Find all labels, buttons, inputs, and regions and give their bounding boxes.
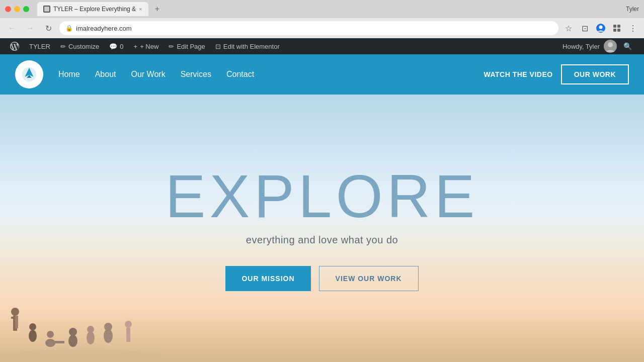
nav-actions: WATCH THE VIDEO OUR WORK — [484, 64, 629, 84]
traffic-lights — [5, 6, 29, 12]
svg-rect-22 — [54, 341, 64, 343]
browser-user-name: Tyler — [626, 6, 639, 13]
wp-customize-item[interactable]: ✏ Customize — [56, 38, 103, 54]
svg-point-8 — [608, 42, 613, 47]
svg-point-26 — [87, 331, 95, 344]
tab-search-icon[interactable]: ⊡ — [579, 22, 591, 34]
svg-point-24 — [68, 335, 77, 347]
url-bar[interactable]: 🔒 imalreadyhere.com — [59, 21, 558, 35]
svg-rect-0 — [44, 7, 49, 12]
wp-new-item[interactable]: + + New — [130, 38, 163, 54]
tab-favicon — [43, 6, 50, 13]
wp-elementor-icon: ⊡ — [215, 43, 221, 50]
minimize-window-button[interactable] — [14, 6, 20, 12]
tab-bar: TYLER – Explore Everything & × + — [37, 2, 622, 16]
wp-edit-elementor-item[interactable]: ⊡ Edit with Elementor — [211, 38, 284, 54]
wp-admin-bar: TYLER ✏ Customize 💬 0 + + New ✏ Edit Pag… — [0, 38, 644, 54]
wp-comments-item[interactable]: 💬 0 — [105, 38, 127, 54]
reload-button[interactable]: ↻ — [41, 21, 55, 35]
ssl-lock-icon: 🔒 — [65, 25, 73, 32]
svg-point-23 — [69, 328, 77, 336]
wp-site-name-label: TYLER — [29, 43, 50, 50]
title-bar: TYLER – Explore Everything & × + Tyler — [0, 0, 644, 18]
new-tab-button[interactable]: + — [150, 2, 165, 16]
nav-home[interactable]: Home — [58, 70, 80, 79]
nav-services[interactable]: Services — [181, 70, 211, 79]
site-logo[interactable] — [15, 60, 43, 88]
wp-elementor-label: Edit with Elementor — [223, 43, 280, 50]
wp-site-name-item[interactable]: TYLER — [25, 38, 54, 54]
svg-point-14 — [11, 308, 19, 316]
toolbar-icons: ☆ ⊡ ⋮ — [562, 22, 639, 34]
profile-icon[interactable] — [595, 22, 607, 34]
wp-howdy-text: Howdy, Tyler — [562, 43, 600, 50]
wp-user-greeting[interactable]: Howdy, Tyler 🔍 — [558, 40, 638, 53]
forward-button[interactable]: → — [23, 21, 37, 35]
wp-customize-icon: ✏ — [60, 43, 66, 50]
close-window-button[interactable] — [5, 6, 11, 12]
wp-edit-page-icon: ✏ — [169, 43, 174, 50]
maximize-window-button[interactable] — [23, 6, 29, 12]
svg-rect-16 — [11, 317, 15, 319]
watch-video-button[interactable]: WATCH THE VIDEO — [484, 70, 553, 78]
wp-new-icon: + — [134, 43, 138, 50]
wp-comments-icon: 💬 — [109, 43, 117, 50]
svg-rect-3 — [613, 25, 616, 28]
tab-close-button[interactable]: × — [139, 6, 142, 12]
wp-customize-label: Customize — [68, 43, 99, 50]
wp-user-avatar — [604, 40, 617, 53]
nav-about[interactable]: About — [95, 70, 116, 79]
wp-comments-count: 0 — [120, 43, 123, 50]
svg-rect-30 — [126, 328, 130, 342]
url-text: imalreadyhere.com — [76, 25, 552, 32]
bookmark-icon[interactable]: ☆ — [562, 22, 575, 34]
view-our-work-button[interactable]: VIEW OUR WORK — [319, 266, 419, 291]
wp-logo-item[interactable] — [6, 38, 23, 54]
hero-section: EXPLORE everything and love what you do … — [0, 95, 644, 362]
site-navigation: Home About Our Work Services Contact WAT… — [0, 54, 644, 95]
svg-point-18 — [29, 323, 36, 330]
svg-point-21 — [45, 339, 55, 347]
back-button[interactable]: ← — [5, 21, 19, 35]
svg-rect-6 — [617, 29, 620, 32]
svg-rect-4 — [617, 25, 620, 28]
browser-menu-icon[interactable]: ⋮ — [627, 22, 639, 34]
svg-rect-5 — [613, 29, 616, 32]
svg-point-13 — [0, 349, 161, 362]
svg-point-19 — [29, 330, 37, 342]
site-menu: Home About Our Work Services Contact — [58, 70, 484, 79]
our-mission-button[interactable]: OUR MISSION — [225, 266, 310, 291]
extensions-icon[interactable] — [611, 22, 623, 34]
hero-buttons: OUR MISSION VIEW OUR WORK — [166, 266, 479, 291]
browser-tab[interactable]: TYLER – Explore Everything & × — [37, 2, 148, 16]
hero-subtitle: everything and love what you do — [166, 234, 479, 246]
svg-point-20 — [47, 331, 54, 338]
nav-our-work[interactable]: Our Work — [131, 70, 166, 79]
hero-people-illustration — [0, 261, 161, 362]
svg-point-28 — [104, 329, 113, 343]
wp-edit-page-item[interactable]: ✏ Edit Page — [165, 38, 209, 54]
address-bar: ← → ↻ 🔒 imalreadyhere.com ☆ ⊡ — [0, 18, 644, 38]
svg-point-29 — [125, 321, 132, 328]
wp-edit-page-label: Edit Page — [177, 43, 205, 50]
wp-search-icon[interactable]: 🔍 — [621, 40, 634, 53]
tab-title: TYLER – Explore Everything & — [53, 6, 136, 13]
svg-rect-17 — [15, 316, 18, 328]
wp-new-label: + New — [140, 43, 158, 50]
nav-contact[interactable]: Contact — [226, 70, 254, 79]
svg-point-2 — [599, 26, 603, 29]
hero-title: EXPLORE — [166, 166, 479, 226]
our-work-nav-button[interactable]: OUR WORK — [561, 64, 629, 84]
hero-content: EXPLORE everything and love what you do … — [166, 166, 479, 291]
